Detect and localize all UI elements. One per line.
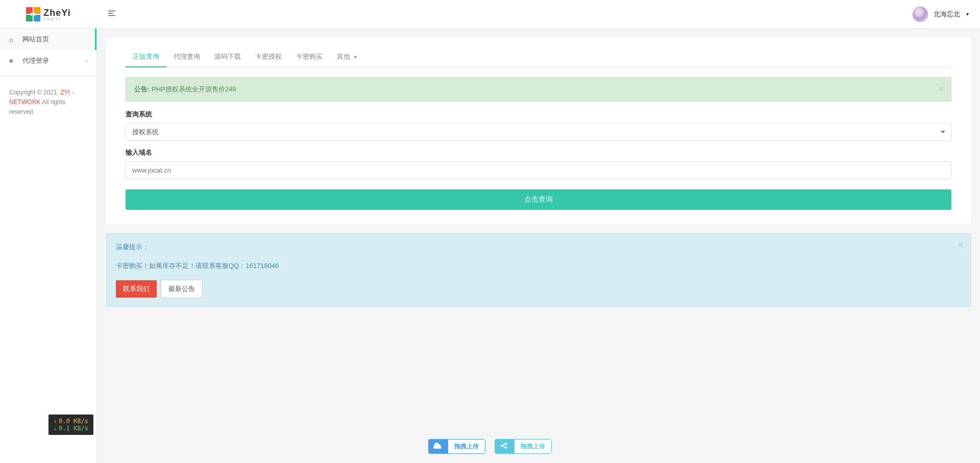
contact-button[interactable]: 联系我们 xyxy=(116,280,157,298)
sidebar-item-agent-login[interactable]: ≡ 代理登录 › xyxy=(0,50,96,71)
tab-card-buy[interactable]: 卡密购买 xyxy=(289,47,330,67)
notice-alert: 公告: PHP授权系统全开源售价249 × xyxy=(126,77,951,102)
latest-news-button[interactable]: 最新公告 xyxy=(161,280,203,298)
list-icon: ≡ xyxy=(9,57,16,65)
logo-icon: ✻ xyxy=(26,7,40,21)
divider xyxy=(0,76,96,76)
logo: ✻ ZheYi ZHEYI xyxy=(26,7,70,21)
system-field-group: 查询系统 授权系统 xyxy=(126,110,951,141)
tab-genuine-query[interactable]: 正版查询 xyxy=(126,47,166,67)
tips-panel: × 温馨提示： 卡密购买！如果库存不足！请联系客服QQ：161718046 联系… xyxy=(106,233,971,307)
domain-label: 输入域名 xyxy=(126,148,951,157)
domain-input[interactable] xyxy=(126,161,951,179)
avatar xyxy=(912,6,928,22)
sidebar-item-label: 网站首页 xyxy=(22,35,49,44)
domain-field-group: 输入域名 xyxy=(126,148,951,179)
tabs: 正版查询 代理查询 源码下载 卡密授权 卡密购买 其他 ▼ xyxy=(126,47,951,68)
sidebar: ⌂ 网站首页 ≡ 代理登录 › Copyright © 2021. ZYI - … xyxy=(0,29,97,316)
submit-button[interactable]: 点击查询 xyxy=(126,189,951,210)
notice-label: 公告: xyxy=(134,85,150,93)
main-content: 正版查询 代理查询 源码下载 卡密授权 卡密购买 其他 ▼ 公告: PHP授权系… xyxy=(97,29,980,316)
menu-toggle-button[interactable] xyxy=(97,9,127,19)
chevron-down-icon: ▼ xyxy=(965,12,970,17)
close-icon[interactable]: × xyxy=(958,240,963,251)
username: 北海忘北 xyxy=(934,10,960,19)
tips-content: 卡密购买！如果库存不足！请联系客服QQ：161718046 xyxy=(116,261,961,272)
close-icon[interactable]: × xyxy=(938,84,944,94)
query-panel: 正版查询 代理查询 源码下载 卡密授权 卡密购买 其他 ▼ 公告: PHP授权系… xyxy=(106,38,971,224)
chevron-right-icon: › xyxy=(86,58,87,64)
home-icon: ⌂ xyxy=(9,36,16,43)
tab-agent-query[interactable]: 代理查询 xyxy=(166,47,207,67)
copyright: Copyright © 2021. ZYI - NETWORK All righ… xyxy=(0,80,96,125)
tips-title: 温馨提示： xyxy=(116,242,961,253)
header: ✻ ZheYi ZHEYI 北海忘北 ▼ xyxy=(0,0,980,29)
tab-card-auth[interactable]: 卡密授权 xyxy=(248,47,289,67)
logo-text: ZheYi xyxy=(43,8,70,18)
chevron-down-icon: ▼ xyxy=(353,55,358,60)
user-menu[interactable]: 北海忘北 ▼ xyxy=(912,6,980,22)
sidebar-item-home[interactable]: ⌂ 网站首页 xyxy=(0,29,96,50)
sidebar-item-label: 代理登录 xyxy=(22,56,49,65)
system-label: 查询系统 xyxy=(126,110,951,119)
hamburger-icon xyxy=(107,9,116,18)
notice-text: PHP授权系统全开源售价249 xyxy=(152,85,236,93)
tab-source-download[interactable]: 源码下载 xyxy=(207,47,248,67)
logo-area[interactable]: ✻ ZheYi ZHEYI xyxy=(0,0,97,29)
system-select[interactable]: 授权系统 xyxy=(126,123,951,141)
tab-other[interactable]: 其他 ▼ xyxy=(330,47,365,67)
